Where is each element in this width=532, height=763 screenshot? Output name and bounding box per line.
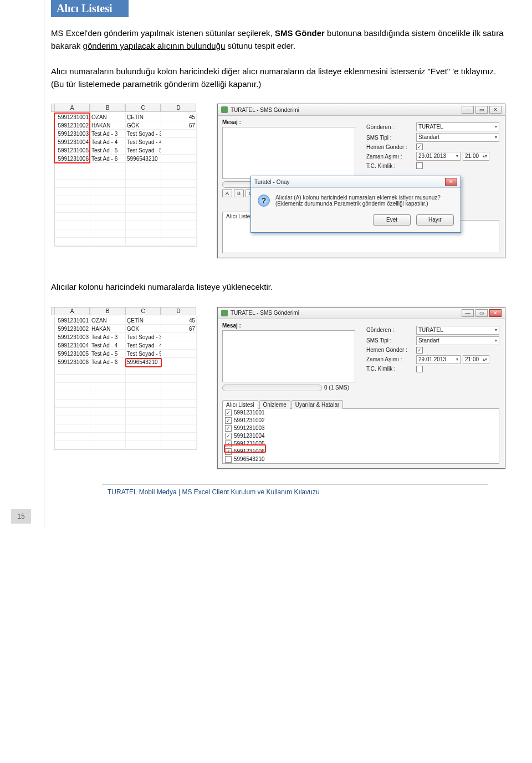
zaman-date-picker[interactable]: 29.01.2013▾ [416,152,461,161]
excel-cell[interactable]: Test Ad - 3 [90,130,126,138]
excel-cell[interactable] [90,204,126,213]
excel-cell[interactable]: 67 [161,121,197,130]
excel-cell[interactable] [126,441,161,449]
excel-cell[interactable] [161,163,197,171]
excel-cell[interactable] [161,229,197,238]
col-insert-a[interactable]: A [222,190,232,197]
excel-cell[interactable] [126,433,161,441]
excel-cell[interactable]: 5991231001 [55,316,90,325]
list-item[interactable]: ✓5991231003 [223,424,499,432]
list-item-checkbox[interactable]: ✓ [225,441,232,447]
excel-cell[interactable]: HAKAN [90,121,126,130]
excel-cell[interactable] [90,188,126,196]
excel-cell[interactable] [161,204,197,213]
excel-cell[interactable] [161,180,197,188]
excel-col-d[interactable]: D [161,307,196,315]
excel-col-c[interactable]: C [125,307,161,315]
excel-cell[interactable]: 5991231001 [55,113,90,121]
excel-cell[interactable]: Test Soyad - 4 [126,138,161,146]
maximize-button[interactable]: ▭ [475,309,488,317]
excel-cell[interactable] [126,375,161,383]
tab-uyarilar[interactable]: Uyarılar & Hatalar [291,400,343,409]
excel-cell[interactable] [161,213,197,221]
excel-cell[interactable] [55,188,90,196]
message-textarea[interactable] [222,127,355,179]
minimize-button[interactable]: — [462,309,474,317]
excel-cell[interactable] [161,333,197,341]
excel-cell[interactable]: Test Ad - 6 [90,358,126,366]
excel-cell[interactable] [126,221,161,229]
list-item-checkbox[interactable]: ✓ [225,409,232,416]
zaman-time-spinner[interactable]: 21:00▴▾ [463,355,489,364]
excel-cell[interactable] [161,375,197,383]
close-button[interactable]: ✕ [489,106,502,114]
excel-cell[interactable]: OZAN [90,113,126,121]
excel-cell[interactable] [55,408,90,416]
excel-cell[interactable] [161,155,197,163]
excel-cell[interactable]: 5991231004 [55,341,90,350]
excel-cell[interactable]: 5991231005 [55,146,90,155]
excel-cell[interactable]: 45 [161,113,197,121]
window-titlebar[interactable]: TURATEL - SMS Gönderimi — ▭ ✕ [218,308,505,319]
excel-cell[interactable]: Test Ad - 6 [90,155,126,163]
excel-cell[interactable] [161,341,197,350]
excel-cell[interactable] [90,433,126,441]
list-item[interactable]: ✓5991231001 [223,409,499,417]
excel-cell[interactable]: Test Soyad - 3 [126,333,161,341]
excel-cell[interactable] [90,221,126,229]
excel-cell[interactable]: GÖK [126,325,161,333]
excel-cell[interactable] [126,238,161,246]
excel-cell[interactable] [55,375,90,383]
smstipi-dropdown[interactable]: Standart▾ [416,336,499,345]
excel-cell[interactable] [55,204,90,213]
excel-cell[interactable]: 5996543210 [126,155,161,163]
excel-cell[interactable] [90,424,126,433]
excel-cell[interactable] [161,138,197,146]
excel-cell[interactable]: Test Ad - 5 [90,350,126,358]
excel-cell[interactable] [126,400,161,408]
excel-cell[interactable] [55,238,90,246]
excel-cell[interactable]: 5991231002 [55,325,90,333]
minimize-button[interactable]: — [462,106,474,114]
excel-cell[interactable] [55,213,90,221]
excel-cell[interactable]: 5991231005 [55,350,90,358]
excel-cell[interactable] [90,375,126,383]
message-textarea[interactable] [222,330,355,382]
excel-cell[interactable]: OZAN [90,316,126,325]
excel-cell[interactable]: 5991231006 [55,358,90,366]
excel-cell[interactable]: 67 [161,325,197,333]
excel-cell[interactable] [90,163,126,171]
excel-cell[interactable] [90,366,126,375]
list-item-checkbox[interactable]: ✓ [225,433,232,439]
excel-cell[interactable] [161,408,197,416]
excel-cell[interactable]: 5991231006 [55,155,90,163]
list-item[interactable]: ✓5991231002 [223,417,499,424]
excel-cell[interactable]: Test Soyad - 3 [126,130,161,138]
excel-cell[interactable]: ÇETİN [126,113,161,121]
gonderen-dropdown[interactable]: TURATEL▾ [416,326,499,335]
zaman-time-spinner[interactable]: 21:00▴▾ [463,152,489,161]
excel-cell[interactable]: HAKAN [90,325,126,333]
hemen-checkbox[interactable]: ✓ [416,347,423,354]
excel-cell[interactable] [126,416,161,424]
excel-cell[interactable] [55,424,90,433]
excel-cell[interactable] [126,213,161,221]
excel-cell[interactable]: Test Soyad - 4 [126,341,161,350]
excel-cell[interactable] [161,391,197,400]
excel-cell[interactable] [55,441,90,449]
excel-cell[interactable] [55,229,90,238]
list-item-checkbox[interactable]: ✓ [225,448,232,455]
excel-cell[interactable] [55,383,90,391]
excel-cell[interactable] [90,180,126,188]
excel-cell[interactable]: Test Ad - 4 [90,138,126,146]
list-item-checkbox[interactable] [225,456,232,463]
excel-col-b[interactable]: B [90,104,125,112]
excel-cell[interactable] [90,171,126,180]
smstipi-dropdown[interactable]: Standart▾ [416,133,499,142]
excel-cell[interactable]: Test Soyad - 5 [126,146,161,155]
excel-cell[interactable] [55,391,90,400]
excel-cell[interactable]: 45 [161,316,197,325]
col-insert-b[interactable]: B [234,190,244,197]
excel-cell[interactable] [126,163,161,171]
zaman-date-picker[interactable]: 29.01.2013▾ [416,355,461,364]
